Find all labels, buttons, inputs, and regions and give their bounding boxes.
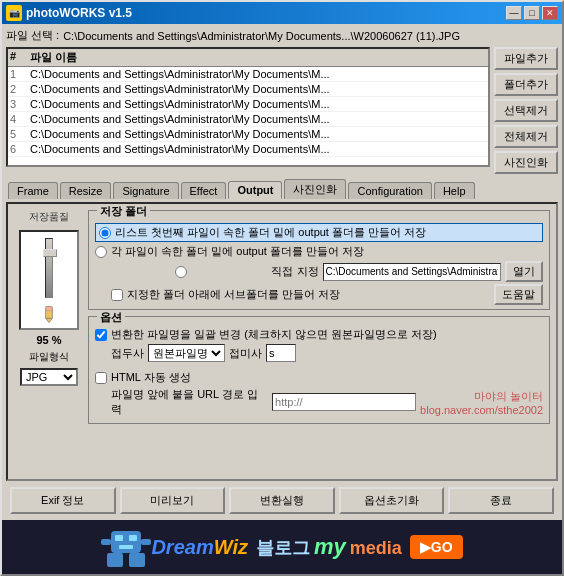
html-checkbox[interactable]	[95, 372, 107, 384]
app-icon: 📷	[6, 5, 22, 21]
watermark: 마야의 놀이터 blog.naver.com/sthe2002	[420, 389, 543, 416]
subfolder-checkbox[interactable]	[111, 289, 123, 301]
folder-radio-custom[interactable]	[95, 266, 267, 278]
window-title: photoWORKS v1.5	[26, 6, 132, 20]
table-row[interactable]: 6C:\Documents and Settings\Administrator…	[8, 142, 488, 157]
minimize-button[interactable]: —	[506, 6, 522, 20]
svg-rect-11	[141, 539, 151, 545]
rename-row: 변환한 파일명을 일괄 변경 (체크하지 않으면 원본파일명으로 저장)	[95, 327, 543, 342]
table-row[interactable]: 5C:\Documents and Settings\Administrator…	[8, 127, 488, 142]
tab-frame[interactable]: Frame	[8, 182, 58, 199]
remove-all-button[interactable]: 전체제거	[494, 125, 558, 148]
format-select[interactable]: JPG PNG BMP GIF	[20, 368, 78, 386]
file-path-row: 파일 선택 : C:\Documents and Settings\Admini…	[6, 28, 558, 43]
row-num: 1	[10, 68, 30, 80]
svg-rect-10	[101, 539, 111, 545]
folder-option-first[interactable]: 리스트 첫번째 파일이 속한 폴더 밑에 output 폴더를 만들어 저장	[95, 223, 543, 242]
remove-selected-button[interactable]: 선택제거	[494, 99, 558, 122]
row-num: 5	[10, 128, 30, 140]
tab-configuration[interactable]: Configuration	[348, 182, 431, 199]
rename-checkbox[interactable]	[95, 329, 107, 341]
print-photo-button[interactable]: 사진인화	[494, 151, 558, 174]
preview-button[interactable]: 미리보기	[120, 487, 226, 514]
watermark-line1: 마야의 놀이터	[420, 389, 543, 404]
table-row[interactable]: 2C:\Documents and Settings\Administrator…	[8, 82, 488, 97]
table-row[interactable]: 1C:\Documents and Settings\Administrator…	[8, 67, 488, 82]
row-num: 4	[10, 113, 30, 125]
svg-rect-2	[46, 307, 51, 310]
table-row[interactable]: 3C:\Documents and Settings\Administrator…	[8, 97, 488, 112]
suffix-input[interactable]	[266, 344, 296, 362]
left-quality-panel: 저장품질 95 % 파일형식 JPG	[14, 210, 84, 473]
ad-content: DreamWiz 블로그 my media ▶GO	[151, 534, 462, 560]
folder-option-first-label: 리스트 첫번째 파일이 속한 폴더 밑에 output 폴더를 만들어 저장	[115, 225, 426, 240]
row-name: C:\Documents and Settings\Administrator\…	[30, 68, 486, 80]
row-name: C:\Documents and Settings\Administrator\…	[30, 83, 486, 95]
quality-slider-box	[19, 230, 79, 330]
tab-resize[interactable]: Resize	[60, 182, 112, 199]
watermark-line2: blog.naver.com/sthe2002	[420, 404, 543, 416]
options-section: 옵션 변환한 파일명을 일괄 변경 (체크하지 않으면 원본파일명으로 저장) …	[88, 316, 550, 424]
add-file-button[interactable]: 파일추가	[494, 47, 558, 70]
help-button[interactable]: 도움말	[494, 284, 543, 305]
custom-path-input[interactable]	[323, 263, 501, 281]
quality-percent: 95 %	[36, 334, 61, 346]
title-bar: 📷 photoWORKS v1.5 — □ ✕	[2, 2, 562, 24]
svg-rect-6	[129, 535, 137, 541]
title-bar-left: 📷 photoWORKS v1.5	[6, 5, 132, 21]
tab-signature[interactable]: Signature	[113, 182, 178, 199]
suffix-label: 접미사	[229, 346, 262, 361]
url-label: 파일명 앞에 붙을 URL 경로 입력	[111, 387, 268, 417]
format-label: 파일형식	[29, 350, 69, 364]
svg-rect-9	[129, 553, 145, 567]
open-button[interactable]: 열기	[505, 261, 543, 282]
svg-rect-5	[115, 535, 123, 541]
ad-dream-text: Dream	[151, 536, 213, 558]
exif-button[interactable]: Exif 정보	[10, 487, 116, 514]
ad-my-text: my	[314, 534, 346, 560]
file-list-items: 1C:\Documents and Settings\Administrator…	[8, 67, 488, 157]
pencil-icon	[37, 304, 61, 324]
tab-effect[interactable]: Effect	[181, 182, 227, 199]
quality-slider-track[interactable]	[45, 238, 53, 298]
col-name-header: 파일 이름	[30, 50, 486, 65]
close-app-button[interactable]: 종료	[448, 487, 554, 514]
convert-button[interactable]: 변환실행	[229, 487, 335, 514]
right-options-panel: 저장 폴더 리스트 첫번째 파일이 속한 폴더 밑에 output 폴더를 만들…	[88, 210, 550, 473]
bottom-action-bar: Exif 정보 미리보기 변환실행 옵션초기화 종료	[6, 485, 558, 516]
folder-radio-first[interactable]	[99, 227, 111, 239]
file-list-area: # 파일 이름 1C:\Documents and Settings\Admin…	[6, 47, 558, 174]
add-folder-button[interactable]: 폴더추가	[494, 73, 558, 96]
folder-radio-each[interactable]	[95, 246, 107, 258]
folder-option-each[interactable]: 각 파일이 속한 폴더 밑에 output 폴더를 만들어 저장	[95, 244, 543, 259]
main-window: 📷 photoWORKS v1.5 — □ ✕ 파일 선택 : C:\Docum…	[0, 0, 564, 576]
prefix-select[interactable]: 원본파일명	[148, 344, 225, 362]
file-list[interactable]: # 파일 이름 1C:\Documents and Settings\Admin…	[6, 47, 490, 167]
close-button[interactable]: ✕	[542, 6, 558, 20]
html-row: HTML 자동 생성	[95, 370, 543, 385]
right-buttons: 파일추가 폴더추가 선택제거 전체제거 사진인화	[494, 47, 558, 174]
svg-rect-7	[119, 545, 133, 549]
reset-button[interactable]: 옵션초기화	[339, 487, 445, 514]
ad-go-button[interactable]: ▶GO	[410, 535, 463, 559]
ad-mascot-icon	[101, 523, 151, 571]
prefix-suffix-row: 접두사 원본파일명 접미사	[111, 344, 543, 362]
tab-bar: Frame Resize Signature Effect Output 사진인…	[6, 178, 558, 198]
table-row[interactable]: 4C:\Documents and Settings\Administrator…	[8, 112, 488, 127]
row-name: C:\Documents and Settings\Administrator\…	[30, 143, 486, 155]
row-num: 2	[10, 83, 30, 95]
col-num-header: #	[10, 50, 30, 65]
quality-slider-thumb[interactable]	[43, 249, 57, 257]
tab-help[interactable]: Help	[434, 182, 475, 199]
maximize-button[interactable]: □	[524, 6, 540, 20]
tab-output[interactable]: Output	[228, 181, 282, 199]
svg-rect-4	[111, 531, 141, 553]
rename-label: 변환한 파일명을 일괄 변경 (체크하지 않으면 원본파일명으로 저장)	[111, 327, 437, 342]
html-label: HTML 자동 생성	[111, 370, 191, 385]
tab-photo-print[interactable]: 사진인화	[284, 179, 346, 199]
prefix-label: 접두사	[111, 346, 144, 361]
url-input[interactable]	[272, 393, 416, 411]
row-name: C:\Documents and Settings\Administrator\…	[30, 98, 486, 110]
tab-panel: 저장품질 95 % 파일형식 JPG	[6, 202, 558, 481]
quality-label: 저장품질	[29, 210, 69, 224]
